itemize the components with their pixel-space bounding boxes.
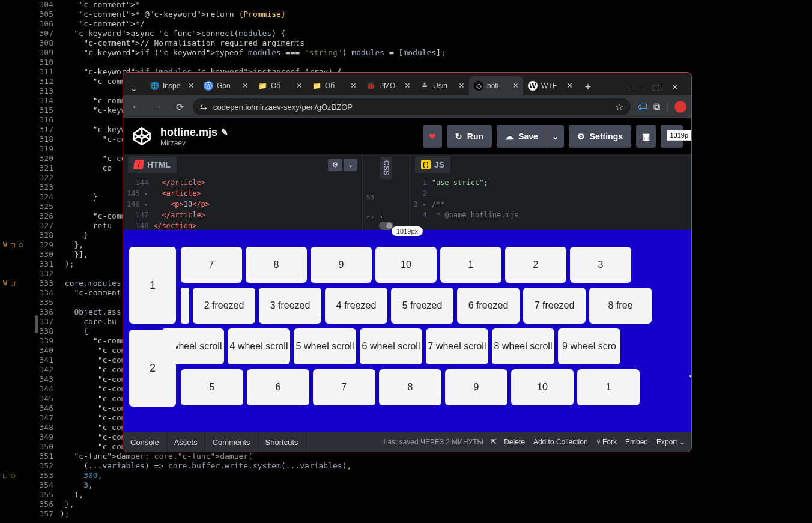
preview-card[interactable]: 3 freezed [259, 288, 321, 324]
preview-row-2: 2 freezed3 freezed4 freezed5 freezed6 fr… [181, 288, 685, 324]
extension-tag-icon[interactable]: 🏷 [638, 101, 647, 112]
preview-pane[interactable]: 1 2 78910123 2 freezed3 freezed4 freezed… [123, 230, 691, 432]
preview-card-big-2[interactable]: 2 [129, 330, 176, 407]
html-code[interactable]: </article> <article> <p>10</p> </article… [153, 175, 210, 230]
address-bar[interactable]: ⇆ codepen.io/mirzaev-sexy/pen/gOzBZOP ☆ [193, 98, 631, 115]
resize-handle[interactable]: ⟷ [689, 371, 691, 381]
html-chevron-button[interactable]: ⌄ [344, 159, 357, 171]
settings-button[interactable]: ⚙ Settings [569, 125, 631, 148]
editor-panes: / HTML ⚙ ⌄ 144145 ▸146 ▸147148 </article… [123, 154, 691, 230]
js-pane: ( ) JS 123 ▸4 "use strict";/** * @name h… [410, 154, 691, 230]
preview-card[interactable]: 1 [440, 247, 501, 283]
css-toggle[interactable] [379, 222, 393, 230]
footer-shortcuts-button[interactable]: Shortcuts [258, 432, 306, 452]
maximize-button[interactable]: ▢ [650, 82, 661, 92]
preview-card[interactable]: 5 [181, 369, 243, 405]
tab-list-button[interactable]: ⌄ [127, 81, 141, 95]
browser-tab[interactable]: 📁Об× [253, 76, 307, 95]
settings-label: Settings [590, 132, 623, 141]
close-window-button[interactable]: ✕ [670, 82, 680, 92]
preview-card[interactable]: 6 [247, 369, 309, 405]
html-pane-title[interactable]: / HTML [128, 156, 177, 173]
browser-tab[interactable]: 📁Об× [307, 76, 361, 95]
footer-fork-button[interactable]: ⑂ Fork [596, 438, 617, 446]
new-tab-button[interactable]: + [580, 79, 596, 95]
tab-close-icon[interactable]: × [243, 80, 248, 91]
preview-card[interactable]: 8 free [589, 288, 652, 324]
preview-card[interactable]: 4 wheel scroll [228, 328, 290, 364]
preview-card-big-1[interactable]: 1 [129, 247, 176, 324]
codepen-logo[interactable] [132, 126, 152, 147]
preview-card[interactable]: 8 wheel scroll [492, 328, 554, 364]
preview-card[interactable]: 6 freezed [457, 288, 520, 324]
minimize-button[interactable]: — [631, 82, 642, 92]
footer-console-button[interactable]: Console [123, 432, 167, 452]
footer-delete-button[interactable]: Delete [504, 438, 525, 446]
preview-card[interactable]: 1 [577, 369, 640, 405]
tab-close-icon[interactable]: × [405, 80, 410, 91]
preview-card[interactable]: 2 freezed [193, 288, 255, 324]
save-dropdown[interactable]: ⌄ [547, 125, 564, 148]
tab-close-icon[interactable]: × [567, 80, 572, 91]
tab-title: Goo [217, 82, 239, 90]
preview-card[interactable]: 5 freezed [391, 288, 453, 324]
preview-card[interactable]: 10 [375, 247, 437, 283]
footer-assets-button[interactable]: Assets [167, 432, 205, 452]
browser-tab[interactable]: ⒶGoo× [199, 76, 253, 95]
extensions-puzzle-icon[interactable]: ⧉ [653, 101, 660, 112]
css-code[interactable]: } [379, 179, 383, 218]
editor-line-numbers: 3043053063073083093103113123133143153163… [36, 0, 57, 519]
tab-close-icon[interactable]: × [351, 80, 356, 91]
site-info-icon[interactable]: ⇆ [200, 102, 207, 112]
pen-title-block: hotline.mjs ✎ Mirzaev [160, 126, 228, 147]
preview-card[interactable]: 7 [181, 247, 242, 283]
css-pane-title[interactable]: CSS [380, 157, 392, 179]
nav-reload-button[interactable]: ⟳ [171, 98, 188, 115]
save-button[interactable]: ☁ Save [497, 125, 547, 148]
preview-card[interactable]: 6 wheel scroll [360, 328, 422, 364]
html-settings-button[interactable]: ⚙ [328, 159, 342, 171]
preview-width-badge: 1019px [392, 226, 423, 236]
tab-close-icon[interactable]: × [459, 80, 464, 91]
preview-row-3: 3 wheel scroll4 wheel scroll5 wheel scro… [162, 328, 685, 364]
profile-avatar[interactable] [674, 101, 686, 113]
preview-card[interactable]: 7 freezed [523, 288, 586, 324]
browser-tab[interactable]: 🌐Inspe× [145, 76, 199, 95]
preview-card[interactable]: 3 [570, 247, 631, 283]
bookmark-star-icon[interactable]: ☆ [615, 101, 623, 113]
preview-card[interactable]: 5 wheel scroll [294, 328, 356, 364]
preview-card[interactable]: 9 [311, 247, 372, 283]
preview-card[interactable]: 9 wheel scro [558, 328, 620, 364]
nav-back-button[interactable]: ← [128, 98, 145, 115]
preview-card[interactable]: 7 [313, 369, 375, 405]
js-pane-title[interactable]: ( ) JS [415, 156, 450, 173]
browser-tab[interactable]: ≛Usin× [415, 76, 469, 95]
preview-card[interactable]: 2 [505, 247, 566, 283]
preview-card[interactable]: 7 wheel scroll [426, 328, 488, 364]
footer-add-to-collection-button[interactable]: Add to Collection [533, 438, 588, 446]
footer-embed-button[interactable]: Embed [625, 438, 648, 446]
cloud-icon: ☁ [505, 132, 514, 141]
pen-title[interactable]: hotline.mjs [160, 126, 217, 139]
preview-card[interactable]: 9 [445, 369, 507, 405]
preview-card[interactable]: 8 [379, 369, 441, 405]
open-external-icon[interactable]: ⇱ [491, 438, 497, 446]
browser-tab[interactable]: ◇hotl× [469, 76, 523, 95]
preview-card[interactable]: 8 [246, 247, 307, 283]
tab-close-icon[interactable]: × [513, 80, 518, 91]
run-button[interactable]: ↻ Run [447, 125, 492, 148]
footer-comments-button[interactable]: Comments [205, 432, 258, 452]
browser-tab[interactable]: WWTF× [523, 76, 577, 95]
pen-author[interactable]: Mirzaev [160, 139, 228, 147]
like-button[interactable]: ❤ [423, 125, 442, 148]
edit-title-icon[interactable]: ✎ [221, 127, 228, 137]
tab-close-icon[interactable]: × [189, 80, 194, 91]
layout-button[interactable]: ▦ [636, 125, 656, 148]
footer-export-button[interactable]: Export ⌄ [656, 438, 685, 446]
nav-forward-button[interactable]: → [150, 98, 166, 115]
preview-card[interactable]: 4 freezed [325, 288, 387, 324]
browser-tab[interactable]: 🐞PMO× [361, 76, 415, 95]
js-code[interactable]: "use strict";/** * @name hotline.mjs [432, 175, 519, 230]
tab-close-icon[interactable]: × [297, 80, 302, 91]
preview-card[interactable]: 10 [511, 369, 574, 405]
